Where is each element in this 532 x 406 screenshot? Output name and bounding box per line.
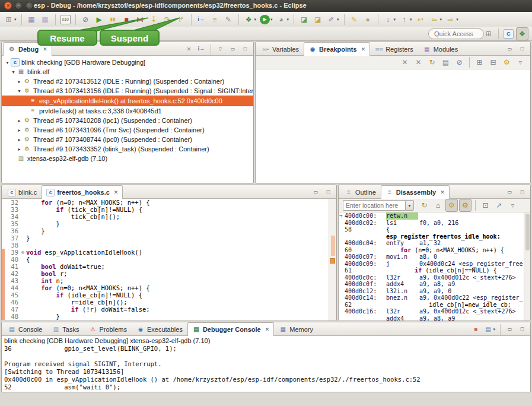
debug-perspective-icon[interactable]: ❖ [516, 27, 528, 40]
expand-arrow-icon[interactable]: ▸ [16, 137, 23, 142]
run-icon[interactable]: ▶▾ [259, 13, 274, 26]
stack-frame-selected[interactable]: ≡esp_vApplicationIdleHook() at freertos_… [2, 96, 253, 106]
expand-arrow-icon[interactable]: ▸ [16, 128, 23, 133]
terminate-icon[interactable]: ■ [120, 13, 133, 26]
follow-pc-icon[interactable]: ⚙ [459, 199, 472, 212]
debug-tree-item[interactable]: ▥xtensa-esp32-elf-gdb (7.10) [2, 154, 253, 163]
tab-freertos-hooks-c[interactable]: cfreertos_hooks.c✕ [42, 185, 123, 199]
debug-tree-item[interactable]: ▸⚙Thread #2 1073413512 (IDLE : Running) … [2, 77, 253, 86]
open-perspective-icon[interactable]: ⊞ [482, 27, 495, 40]
disassembly-line[interactable]: 400d0c16:l32ra9, 0x400d012c <_stext+276> [339, 308, 524, 315]
go-home-icon[interactable]: ⌂ [432, 199, 444, 212]
close-tab-icon[interactable]: ✕ [265, 326, 270, 332]
code-line[interactable]: 37} [2, 234, 336, 242]
collapse-all-icon[interactable]: ⊟ [487, 56, 499, 69]
remove-breakpoint-icon[interactable]: ✕ [399, 56, 411, 69]
launch-tool-icon[interactable]: ✐▾ [325, 13, 340, 26]
remove-all-terminated-icon[interactable]: ✕ [183, 43, 195, 56]
refresh-view-icon[interactable]: ↻ [418, 199, 431, 212]
tab-variables[interactable]: (x)=Variables [257, 43, 304, 55]
tab-breakpoints[interactable]: ◉Breakpoints✕ [304, 42, 370, 56]
debug-tree-item[interactable]: ▸⚙Thread #6 1073431096 (Tmr Svc) (Suspen… [2, 125, 253, 135]
code-line[interactable]: 38 [2, 242, 336, 249]
show-source-icon[interactable]: ⚙ [445, 199, 458, 212]
debug-tree-item[interactable]: ▾cblink checking [GDB Hardware Debugging… [2, 58, 253, 67]
disassembly-line[interactable]: 400d0c12:l32i.na9, a9, 0 [339, 288, 524, 295]
code-line[interactable]: 48 } [2, 313, 336, 320]
code-line[interactable]: 39⊖void esp_vApplicationIdleHook() [2, 249, 336, 256]
code-line[interactable]: 35 } [2, 220, 336, 227]
disassembly-line[interactable]: 400d0c0f:addx4a9, a8, a9 [339, 281, 524, 288]
debug-icon[interactable]: ❖▾ [243, 13, 258, 26]
step-into-icon[interactable]: ↧ [148, 13, 160, 26]
tab-modules[interactable]: ▦Modules [418, 43, 463, 55]
disconnect-icon[interactable]: ⋈ [134, 13, 146, 26]
overview-ruler[interactable] [329, 199, 336, 321]
code-line[interactable]: 33 if (tick_cb[n]!=NULL) { [2, 206, 336, 213]
code-line[interactable]: 34 tick_cb[n](); [2, 213, 336, 220]
save-all-icon[interactable]: ▦ [39, 13, 52, 26]
code-line[interactable]: 47 if (!r) doWait=false; [2, 306, 336, 313]
disassembly-line[interactable]: 400d0c07:movi.na8, 0 [339, 253, 524, 261]
code-line[interactable]: 43 int n; [2, 277, 336, 284]
disassembly-line[interactable]: 400d0c02:lsif0, a0, 216 [339, 220, 524, 227]
folder-new-icon[interactable]: ◪ [311, 13, 324, 26]
maximize-icon[interactable]: □ [517, 323, 528, 336]
forward-icon[interactable]: ⇨▾ [444, 13, 460, 26]
terminate-console-icon[interactable]: ■ [470, 323, 481, 336]
disassembly-line[interactable]: 62 idle_cb[n]=new_idle_cb; [339, 302, 524, 309]
disassembly-line[interactable]: addx4a9, a8, a9 [339, 315, 524, 321]
expand-all-icon[interactable]: ⊞ [473, 56, 486, 69]
tab-tasks[interactable]: ▥Tasks [47, 323, 84, 335]
folder-open-icon[interactable]: ◪ [298, 13, 310, 26]
disassembly-scrollbar[interactable] [524, 212, 530, 321]
quick-access-input[interactable] [428, 28, 484, 39]
tab-problems[interactable]: ⚠Problems [84, 323, 131, 335]
new-wizard-icon[interactable]: ⊞▾ [2, 13, 18, 26]
code-line[interactable]: 42 bool r; [2, 270, 336, 277]
pin-view-icon[interactable]: ↗ [493, 199, 505, 212]
code-line[interactable]: 46 r=idle_cb[n](); [2, 299, 336, 306]
window-minimize-button[interactable]: − [15, 2, 23, 9]
code-line[interactable]: 40{ [2, 256, 336, 263]
go-to-file-icon[interactable]: ▤ [439, 56, 452, 69]
maximize-icon[interactable]: □ [240, 43, 251, 56]
next-annotation-icon[interactable]: ↓▾ [382, 13, 397, 26]
prev-annotation-icon[interactable]: ↑▾ [398, 13, 413, 26]
cpp-perspective-icon[interactable]: C [502, 27, 515, 40]
tab-debugger-console[interactable]: ▤Debugger Console✕ [187, 322, 274, 336]
open-new-view-icon[interactable]: ⊡ [479, 199, 492, 212]
view-menu-icon[interactable]: ▽ [215, 43, 226, 56]
disassembly-line[interactable]: esp_register_freertos_idle_hook: [339, 233, 524, 240]
tab-console[interactable]: ▤Console [3, 323, 47, 335]
disassembly-line[interactable]: 400d0c09:j0x400d0c24 <esp_register_free [339, 261, 524, 268]
instruction-stepping-icon[interactable]: i→ [196, 43, 207, 56]
code-line[interactable]: 32 for (n=0; n<MAX_HOOKS; n++) { [2, 199, 336, 206]
step-over-icon[interactable]: ↷ [161, 13, 174, 26]
highlighter-icon[interactable]: ✎ [348, 13, 361, 26]
minimize-icon[interactable]: ▭ [227, 43, 238, 56]
code-line[interactable]: 44 for (n=0; n<MAX_HOOKS; n++) { [2, 284, 336, 291]
debug-tree-item[interactable]: ▾⚙Thread #3 1073413156 (IDLE : Running) … [2, 86, 253, 96]
skip-all-breakpoints-icon[interactable]: ⊘ [79, 13, 92, 26]
disassembly-line[interactable]: →400d0c00:retw.n [339, 212, 524, 220]
save-icon[interactable]: ▦ [26, 13, 38, 26]
debug-tree-item[interactable]: ▾▦blink.elf [2, 67, 253, 77]
disassembly-line[interactable]: 61 if (idle_cb[n]==NULL) { [339, 267, 524, 274]
tab-disassembly[interactable]: ≡Disassembly✕ [381, 185, 450, 199]
last-edit-location-icon[interactable]: ↩ [415, 13, 427, 26]
window-maximize-button[interactable]: ▫ [26, 2, 33, 9]
code-line[interactable]: 36 } [2, 227, 336, 234]
suspend-icon[interactable]: ▮▮ [107, 13, 119, 26]
close-tab-icon[interactable]: ✕ [114, 189, 119, 195]
debug-tree-item[interactable]: ▸⚙Thread #7 1073408744 (ipc0) (Suspended… [2, 135, 253, 144]
location-dropdown-icon[interactable]: ▼ [405, 200, 414, 211]
minimize-icon[interactable]: ▭ [310, 186, 321, 199]
code-line[interactable]: 41 bool doWait=true; [2, 263, 336, 270]
debug-tree-item[interactable]: ▸⚙Thread #5 1073410208 (ipc1) (Suspended… [2, 116, 253, 125]
view-menu-icon[interactable]: ▽ [506, 199, 519, 212]
display-console-icon[interactable]: ▤▾ [482, 323, 496, 336]
location-input[interactable] [343, 200, 405, 211]
close-tab-icon[interactable]: ✕ [440, 189, 445, 195]
maximize-icon[interactable]: □ [517, 186, 528, 199]
